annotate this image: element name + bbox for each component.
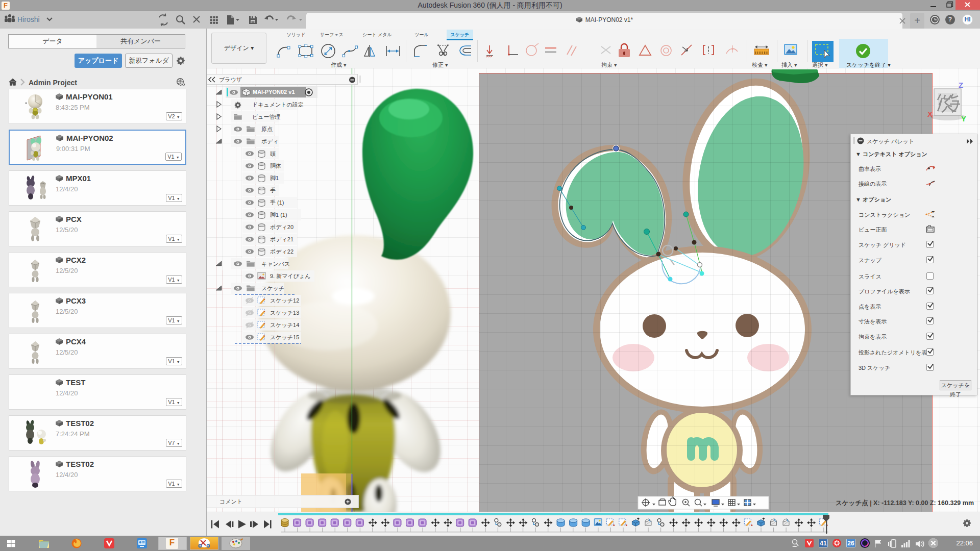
svg-text:26: 26	[847, 540, 854, 547]
svg-text:X: X	[927, 110, 933, 118]
svg-text:41: 41	[820, 540, 827, 547]
svg-text:Z: Z	[959, 81, 963, 89]
svg-text:Y: Y	[961, 114, 966, 123]
svg-text:スケッチ点 | X: -112.183 Y: 0.00 Z:: スケッチ点 | X: -112.183 Y: 0.00 Z: 160.329 m…	[836, 499, 974, 507]
